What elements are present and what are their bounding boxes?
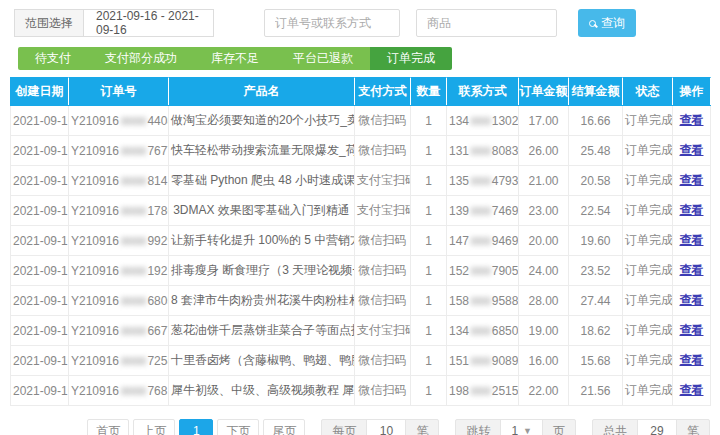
view-link[interactable]: 查看 xyxy=(680,323,704,337)
current-page-button[interactable]: 1 xyxy=(179,419,213,435)
redacted-contact-digits: 8888 xyxy=(470,144,490,157)
page-nav-group: 首页 上页 1 下页 尾页 xyxy=(87,419,305,435)
redacted-contact-digits: 8888 xyxy=(470,174,490,187)
redacted-order-digits: 88888 xyxy=(120,354,146,367)
column-header-8: 状态 xyxy=(623,78,673,106)
column-header-9: 操作 xyxy=(673,78,711,106)
cell-create-date: 2021-09-16 xyxy=(11,346,69,376)
cell-order-amount: 23.00 xyxy=(519,196,569,226)
last-page-button[interactable]: 尾页 xyxy=(263,419,305,435)
view-link[interactable]: 查看 xyxy=(680,113,704,127)
cell-contact: 13988887469 xyxy=(447,196,519,226)
view-link[interactable]: 查看 xyxy=(680,203,704,217)
cell-product-name: 3DMAX 效果图零基础入门到精通 xyxy=(169,196,355,226)
view-link[interactable]: 查看 xyxy=(680,173,704,187)
search-button[interactable]: 查询 xyxy=(578,9,636,37)
cell-status: 订单完成 xyxy=(623,376,673,406)
cell-status: 订单完成 xyxy=(623,346,673,376)
status-tab-4[interactable]: 订单完成 xyxy=(370,47,452,70)
redacted-order-digits: 88888 xyxy=(120,384,146,397)
cell-product-name: 十里香卤烤（含藤椒鸭、鸭翅、鸭脖）小吃技术配方 xyxy=(169,346,355,376)
redacted-order-digits: 88888 xyxy=(120,174,146,187)
cell-create-date: 2021-09-16 xyxy=(11,136,69,166)
jump-page-select[interactable]: 1 ▼ xyxy=(500,419,543,435)
cell-contact: 13188888083 xyxy=(447,136,519,166)
view-link[interactable]: 查看 xyxy=(680,233,704,247)
cell-order-number: Y210916888887681 xyxy=(69,376,169,406)
cell-payment-method: 微信扫码 xyxy=(355,106,411,136)
jump-page-value: 1 xyxy=(511,424,518,435)
next-page-button[interactable]: 下页 xyxy=(217,419,259,435)
redacted-order-digits: 88888 xyxy=(120,204,146,217)
cell-quantity: 1 xyxy=(411,226,447,256)
cell-order-amount: 21.00 xyxy=(519,166,569,196)
redacted-contact-digits: 8888 xyxy=(470,294,490,307)
view-link[interactable]: 查看 xyxy=(680,383,704,397)
cell-quantity: 1 xyxy=(411,106,447,136)
table-row: 2021-09-16 Y210916888886805 8 套津市牛肉粉贵州花溪… xyxy=(11,286,711,316)
redacted-order-digits: 88888 xyxy=(120,294,146,307)
column-header-2: 产品名 xyxy=(169,78,355,106)
cell-payment-method: 支付宝扫码 xyxy=(355,316,411,346)
cell-order-number: Y210916888886677 xyxy=(69,316,169,346)
cell-product-name: 做淘宝必须要知道的20个小技巧_卖家运营电商论坛 xyxy=(169,106,355,136)
cell-action: 查看 xyxy=(673,316,711,346)
cell-order-number: Y210916888888141 xyxy=(69,166,169,196)
cell-create-date: 2021-09-16 xyxy=(11,166,69,196)
prev-page-button[interactable]: 上页 xyxy=(133,419,175,435)
redacted-contact-digits: 8888 xyxy=(470,354,490,367)
date-range-value[interactable]: 2021-09-16 - 2021-09-16 xyxy=(84,9,214,37)
status-tab-1[interactable]: 支付部分成功 xyxy=(88,47,194,70)
redacted-order-digits: 88888 xyxy=(120,114,146,127)
jump-label: 跳转 xyxy=(455,419,501,435)
range-label: 范围选择 xyxy=(14,9,84,37)
cell-settle-amount: 15.68 xyxy=(569,346,623,376)
cell-status: 订单完成 xyxy=(623,286,673,316)
cell-order-amount: 20.00 xyxy=(519,226,569,256)
status-tabs: 待支付支付部分成功库存不足平台已退款订单完成 xyxy=(18,47,452,70)
cell-product-name: 8 套津市牛肉粉贵州花溪牛肉粉桂林牛肉粉小吃配方 xyxy=(169,286,355,316)
cell-contact: 15888889588 xyxy=(447,286,519,316)
cell-settle-amount: 27.44 xyxy=(569,286,623,316)
status-tab-3[interactable]: 平台已退款 xyxy=(276,47,370,70)
status-badge: 订单完成 xyxy=(625,143,673,157)
cell-settle-amount: 21.56 xyxy=(569,376,623,406)
status-badge: 订单完成 xyxy=(625,113,673,127)
view-link[interactable]: 查看 xyxy=(680,143,704,157)
cell-contact: 13488881302 xyxy=(447,106,519,136)
cell-order-number: Y210916888881786 xyxy=(69,196,169,226)
first-page-button[interactable]: 首页 xyxy=(87,419,129,435)
cell-action: 查看 xyxy=(673,376,711,406)
view-link[interactable]: 查看 xyxy=(680,293,704,307)
redacted-order-digits: 88888 xyxy=(120,264,146,277)
per-page-group: 每页 10 笔 xyxy=(321,419,439,435)
view-link[interactable]: 查看 xyxy=(680,263,704,277)
cell-product-name: 葱花油饼千层蒸饼韭菜合子等面点技术 xyxy=(169,316,355,346)
order-search-input[interactable] xyxy=(264,9,400,37)
total-unit: 笔 xyxy=(676,419,710,435)
status-tab-0[interactable]: 待支付 xyxy=(18,47,88,70)
redacted-contact-digits: 8888 xyxy=(470,234,490,247)
cell-create-date: 2021-09-16 xyxy=(11,286,69,316)
total-group: 总共 29 笔 xyxy=(592,419,710,435)
product-search-input[interactable] xyxy=(416,9,557,37)
cell-quantity: 1 xyxy=(411,136,447,166)
view-link[interactable]: 查看 xyxy=(680,353,704,367)
cell-contact: 13588884793 xyxy=(447,166,519,196)
cell-payment-method: 支付宝扫码 xyxy=(355,166,411,196)
cell-action: 查看 xyxy=(673,346,711,376)
status-badge: 订单完成 xyxy=(625,233,673,247)
date-range-picker[interactable]: 范围选择 2021-09-16 - 2021-09-16 xyxy=(14,9,214,37)
cell-order-number: Y210916888884408 xyxy=(69,106,169,136)
per-page-input[interactable]: 10 xyxy=(366,419,406,435)
cell-order-amount: 19.00 xyxy=(519,316,569,346)
order-admin-page: 范围选择 2021-09-16 - 2021-09-16 查询 待支付支付部分成… xyxy=(0,0,720,435)
cell-settle-amount: 16.66 xyxy=(569,106,623,136)
column-header-7: 结算金额 xyxy=(569,78,623,106)
column-header-5: 联系方式 xyxy=(447,78,519,106)
cell-contact: 15188889089 xyxy=(447,346,519,376)
status-tab-2[interactable]: 库存不足 xyxy=(194,47,276,70)
cell-product-name: 零基础 Python 爬虫 48 小时速成课 xyxy=(169,166,355,196)
cell-order-amount: 22.00 xyxy=(519,376,569,406)
cell-create-date: 2021-09-16 xyxy=(11,106,69,136)
